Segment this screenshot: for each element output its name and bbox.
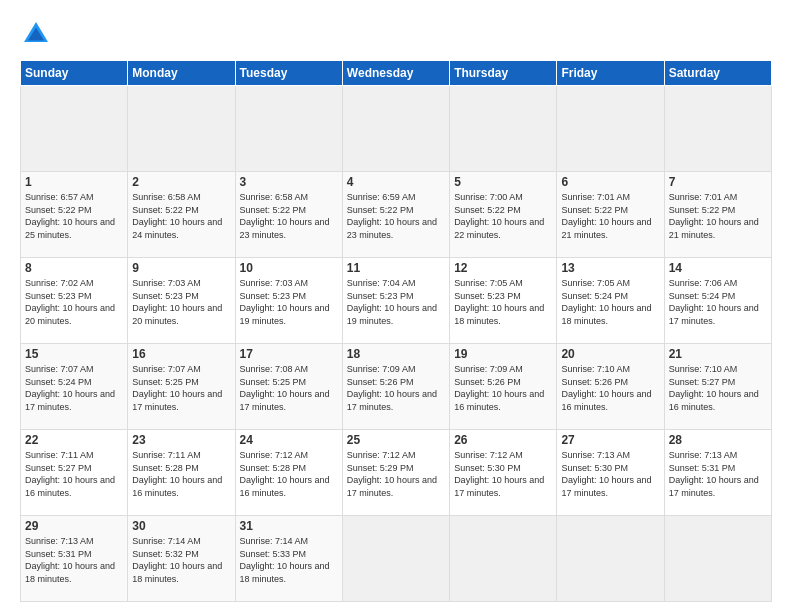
calendar-cell: 7Sunrise: 7:01 AMSunset: 5:22 PMDaylight…: [664, 172, 771, 258]
calendar-cell: 23Sunrise: 7:11 AMSunset: 5:28 PMDayligh…: [128, 430, 235, 516]
day-number: 27: [561, 433, 659, 447]
calendar-cell: 1Sunrise: 6:57 AMSunset: 5:22 PMDaylight…: [21, 172, 128, 258]
calendar-cell: 6Sunrise: 7:01 AMSunset: 5:22 PMDaylight…: [557, 172, 664, 258]
day-number: 5: [454, 175, 552, 189]
day-number: 19: [454, 347, 552, 361]
col-tuesday: Tuesday: [235, 61, 342, 86]
calendar-cell: 20Sunrise: 7:10 AMSunset: 5:26 PMDayligh…: [557, 344, 664, 430]
col-wednesday: Wednesday: [342, 61, 449, 86]
calendar-cell: [342, 516, 449, 602]
calendar-cell: 9Sunrise: 7:03 AMSunset: 5:23 PMDaylight…: [128, 258, 235, 344]
calendar-cell: 22Sunrise: 7:11 AMSunset: 5:27 PMDayligh…: [21, 430, 128, 516]
day-info: Sunrise: 6:57 AMSunset: 5:22 PMDaylight:…: [25, 191, 123, 241]
day-number: 4: [347, 175, 445, 189]
calendar-cell: 19Sunrise: 7:09 AMSunset: 5:26 PMDayligh…: [450, 344, 557, 430]
day-info: Sunrise: 7:12 AMSunset: 5:29 PMDaylight:…: [347, 449, 445, 499]
calendar-week-3: 15Sunrise: 7:07 AMSunset: 5:24 PMDayligh…: [21, 344, 772, 430]
day-info: Sunrise: 7:09 AMSunset: 5:26 PMDaylight:…: [454, 363, 552, 413]
day-number: 12: [454, 261, 552, 275]
day-info: Sunrise: 7:01 AMSunset: 5:22 PMDaylight:…: [561, 191, 659, 241]
day-number: 8: [25, 261, 123, 275]
day-number: 17: [240, 347, 338, 361]
day-number: 9: [132, 261, 230, 275]
day-number: 23: [132, 433, 230, 447]
header: [20, 18, 772, 50]
day-info: Sunrise: 7:09 AMSunset: 5:26 PMDaylight:…: [347, 363, 445, 413]
calendar-cell: 16Sunrise: 7:07 AMSunset: 5:25 PMDayligh…: [128, 344, 235, 430]
day-info: Sunrise: 7:10 AMSunset: 5:27 PMDaylight:…: [669, 363, 767, 413]
day-info: Sunrise: 7:14 AMSunset: 5:32 PMDaylight:…: [132, 535, 230, 585]
day-info: Sunrise: 6:58 AMSunset: 5:22 PMDaylight:…: [240, 191, 338, 241]
calendar-week-4: 22Sunrise: 7:11 AMSunset: 5:27 PMDayligh…: [21, 430, 772, 516]
day-number: 6: [561, 175, 659, 189]
calendar-cell: 14Sunrise: 7:06 AMSunset: 5:24 PMDayligh…: [664, 258, 771, 344]
day-info: Sunrise: 7:05 AMSunset: 5:23 PMDaylight:…: [454, 277, 552, 327]
day-number: 30: [132, 519, 230, 533]
day-info: Sunrise: 7:05 AMSunset: 5:24 PMDaylight:…: [561, 277, 659, 327]
calendar-cell: 28Sunrise: 7:13 AMSunset: 5:31 PMDayligh…: [664, 430, 771, 516]
calendar-cell: 18Sunrise: 7:09 AMSunset: 5:26 PMDayligh…: [342, 344, 449, 430]
day-info: Sunrise: 7:13 AMSunset: 5:30 PMDaylight:…: [561, 449, 659, 499]
day-number: 15: [25, 347, 123, 361]
calendar-cell: 30Sunrise: 7:14 AMSunset: 5:32 PMDayligh…: [128, 516, 235, 602]
day-info: Sunrise: 7:07 AMSunset: 5:24 PMDaylight:…: [25, 363, 123, 413]
calendar: Sunday Monday Tuesday Wednesday Thursday…: [20, 60, 772, 602]
day-info: Sunrise: 7:00 AMSunset: 5:22 PMDaylight:…: [454, 191, 552, 241]
day-number: 28: [669, 433, 767, 447]
day-info: Sunrise: 7:11 AMSunset: 5:28 PMDaylight:…: [132, 449, 230, 499]
day-number: 11: [347, 261, 445, 275]
day-number: 25: [347, 433, 445, 447]
day-info: Sunrise: 7:12 AMSunset: 5:28 PMDaylight:…: [240, 449, 338, 499]
day-number: 1: [25, 175, 123, 189]
day-info: Sunrise: 7:04 AMSunset: 5:23 PMDaylight:…: [347, 277, 445, 327]
col-friday: Friday: [557, 61, 664, 86]
day-number: 2: [132, 175, 230, 189]
col-thursday: Thursday: [450, 61, 557, 86]
day-number: 20: [561, 347, 659, 361]
calendar-week-1: 1Sunrise: 6:57 AMSunset: 5:22 PMDaylight…: [21, 172, 772, 258]
calendar-cell: 2Sunrise: 6:58 AMSunset: 5:22 PMDaylight…: [128, 172, 235, 258]
calendar-cell: [21, 86, 128, 172]
calendar-cell: [342, 86, 449, 172]
calendar-cell: 5Sunrise: 7:00 AMSunset: 5:22 PMDaylight…: [450, 172, 557, 258]
calendar-cell: [450, 86, 557, 172]
calendar-cell: 12Sunrise: 7:05 AMSunset: 5:23 PMDayligh…: [450, 258, 557, 344]
calendar-cell: [557, 516, 664, 602]
calendar-cell: 31Sunrise: 7:14 AMSunset: 5:33 PMDayligh…: [235, 516, 342, 602]
calendar-cell: 4Sunrise: 6:59 AMSunset: 5:22 PMDaylight…: [342, 172, 449, 258]
calendar-cell: 27Sunrise: 7:13 AMSunset: 5:30 PMDayligh…: [557, 430, 664, 516]
day-number: 14: [669, 261, 767, 275]
day-info: Sunrise: 7:14 AMSunset: 5:33 PMDaylight:…: [240, 535, 338, 585]
calendar-cell: 26Sunrise: 7:12 AMSunset: 5:30 PMDayligh…: [450, 430, 557, 516]
day-info: Sunrise: 7:03 AMSunset: 5:23 PMDaylight:…: [132, 277, 230, 327]
calendar-cell: [128, 86, 235, 172]
calendar-cell: 24Sunrise: 7:12 AMSunset: 5:28 PMDayligh…: [235, 430, 342, 516]
day-info: Sunrise: 7:07 AMSunset: 5:25 PMDaylight:…: [132, 363, 230, 413]
calendar-cell: [235, 86, 342, 172]
day-info: Sunrise: 7:13 AMSunset: 5:31 PMDaylight:…: [669, 449, 767, 499]
day-info: Sunrise: 7:01 AMSunset: 5:22 PMDaylight:…: [669, 191, 767, 241]
col-saturday: Saturday: [664, 61, 771, 86]
day-number: 24: [240, 433, 338, 447]
day-number: 3: [240, 175, 338, 189]
col-monday: Monday: [128, 61, 235, 86]
calendar-cell: 17Sunrise: 7:08 AMSunset: 5:25 PMDayligh…: [235, 344, 342, 430]
day-number: 26: [454, 433, 552, 447]
day-number: 7: [669, 175, 767, 189]
day-number: 13: [561, 261, 659, 275]
header-row: Sunday Monday Tuesday Wednesday Thursday…: [21, 61, 772, 86]
day-number: 16: [132, 347, 230, 361]
day-info: Sunrise: 7:10 AMSunset: 5:26 PMDaylight:…: [561, 363, 659, 413]
day-info: Sunrise: 7:08 AMSunset: 5:25 PMDaylight:…: [240, 363, 338, 413]
calendar-week-5: 29Sunrise: 7:13 AMSunset: 5:31 PMDayligh…: [21, 516, 772, 602]
day-number: 10: [240, 261, 338, 275]
calendar-cell: 3Sunrise: 6:58 AMSunset: 5:22 PMDaylight…: [235, 172, 342, 258]
calendar-week-2: 8Sunrise: 7:02 AMSunset: 5:23 PMDaylight…: [21, 258, 772, 344]
calendar-header: Sunday Monday Tuesday Wednesday Thursday…: [21, 61, 772, 86]
calendar-cell: 29Sunrise: 7:13 AMSunset: 5:31 PMDayligh…: [21, 516, 128, 602]
logo: [20, 18, 56, 50]
calendar-cell: 25Sunrise: 7:12 AMSunset: 5:29 PMDayligh…: [342, 430, 449, 516]
day-info: Sunrise: 7:03 AMSunset: 5:23 PMDaylight:…: [240, 277, 338, 327]
day-info: Sunrise: 7:12 AMSunset: 5:30 PMDaylight:…: [454, 449, 552, 499]
page: Sunday Monday Tuesday Wednesday Thursday…: [0, 0, 792, 612]
